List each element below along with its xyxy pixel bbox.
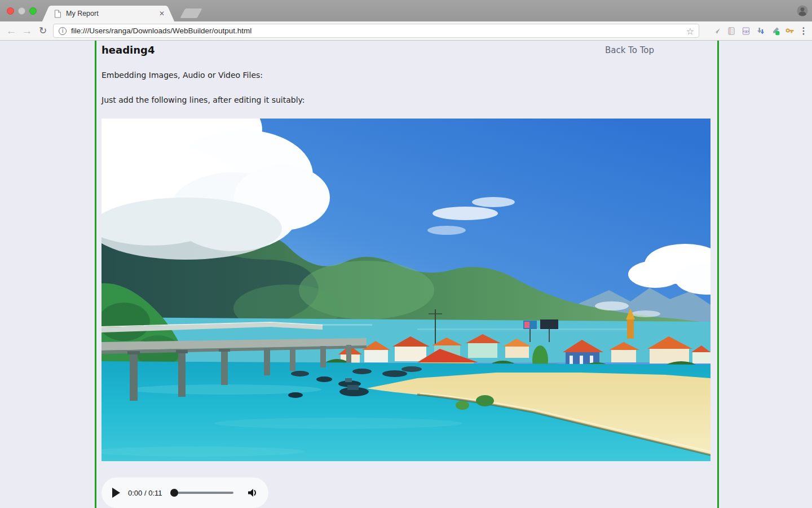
tab-title: My Report (66, 10, 99, 17)
seek-slider-thumb[interactable] (170, 489, 178, 497)
tab-close-icon[interactable]: ✕ (159, 10, 165, 17)
tab-strip: My Report ✕ (0, 0, 812, 21)
time-display: 0:00 / 0:11 (128, 489, 162, 497)
seek-slider[interactable] (171, 492, 233, 494)
tab-my-report[interactable]: My Report ✕ (52, 6, 165, 21)
browser-toolbar: ← → ↻ i file:///Users/ranga/Downloads/We… (0, 21, 812, 41)
traffic-light-zoom-button[interactable] (29, 7, 37, 15)
share-arrow-extension-icon[interactable] (709, 24, 724, 38)
document-favicon-icon (54, 10, 61, 18)
current-time: 0:00 (128, 489, 142, 497)
time-separator: / (142, 489, 148, 497)
eyedropper-extension-icon[interactable] (768, 24, 783, 38)
html-tag-extension-icon[interactable]: <a> (739, 24, 753, 38)
page-info-icon[interactable]: i (59, 27, 67, 35)
body-text-line-1: Embedding Images, Audio or Video Files: (102, 71, 263, 80)
profile-icon[interactable] (797, 5, 808, 16)
bookmark-star-icon[interactable]: ☆ (686, 26, 694, 37)
volume-icon[interactable] (247, 487, 258, 498)
play-icon[interactable] (112, 488, 120, 498)
traffic-light-close-button[interactable] (7, 7, 14, 15)
notebook-extension-icon[interactable] (724, 24, 739, 38)
duration: 0:11 (148, 489, 162, 497)
key-extension-icon[interactable] (783, 24, 797, 38)
page-heading: heading4 (102, 44, 155, 56)
content-left-border (95, 41, 96, 508)
new-tab-button[interactable] (180, 8, 202, 18)
browser-window: My Report ✕ ← → ↻ i file:///Users/ranga/… (0, 0, 812, 508)
audio-player: 0:00 / 0:11 (102, 478, 268, 508)
url-text: file:///Users/ranga/Downloads/WebBuilder… (71, 27, 251, 35)
address-bar[interactable]: i file:///Users/ranga/Downloads/WebBuild… (53, 24, 699, 38)
body-text-line-2: Just add the following lines, after edit… (102, 95, 305, 104)
download-arrows-extension-icon[interactable] (753, 24, 768, 38)
embedded-image (102, 119, 710, 461)
extensions-row: <a> ⋮ (709, 21, 810, 40)
back-icon[interactable]: ← (3, 21, 19, 40)
content-right-border (717, 41, 719, 508)
menu-dots-icon[interactable]: ⋮ (797, 24, 810, 38)
back-to-top-link[interactable]: Back To Top (605, 45, 654, 55)
traffic-light-minimize-button[interactable] (18, 7, 25, 15)
forward-icon[interactable]: → (19, 21, 35, 40)
svg-text:<a>: <a> (743, 29, 749, 33)
reload-icon[interactable]: ↻ (35, 21, 51, 40)
